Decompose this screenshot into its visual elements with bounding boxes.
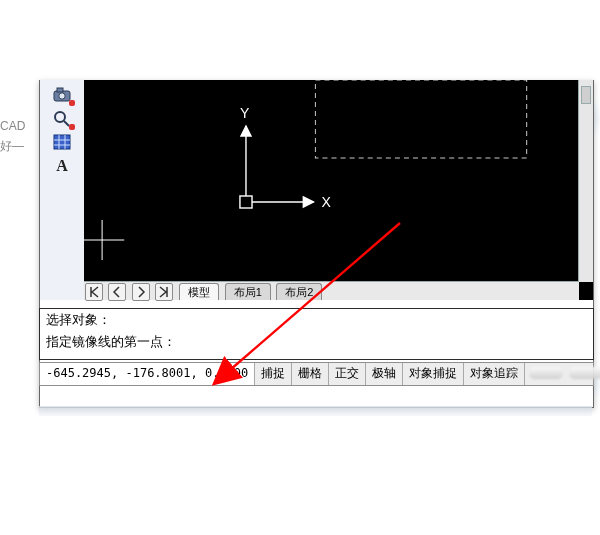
tab-layout-1[interactable]: 布局1	[225, 283, 271, 300]
vertical-scrollbar[interactable]	[578, 80, 593, 282]
left-toolbar: A	[40, 80, 85, 300]
layout-tab-bar: 模型 布局1 布局2	[84, 281, 579, 300]
background-text: CAD 好—	[0, 116, 25, 156]
toggle-grid[interactable]: 栅格	[292, 363, 329, 385]
toggle-otrack[interactable]: 对象追踪	[464, 363, 525, 385]
command-prompt-line: 指定镜像线的第一点：	[40, 331, 593, 353]
nav-last-icon[interactable]	[155, 283, 173, 301]
nav-prev-icon[interactable]	[108, 283, 126, 301]
command-history-line: 选择对象：	[40, 309, 593, 331]
camera-icon[interactable]	[51, 84, 73, 104]
nav-next-icon[interactable]	[132, 283, 150, 301]
svg-rect-5	[54, 135, 70, 149]
loupe-icon[interactable]	[51, 108, 73, 128]
svg-rect-1	[57, 88, 63, 92]
toggle-polar[interactable]: 极轴	[366, 363, 403, 385]
cad-window: A X Y	[39, 80, 594, 408]
toggle-ortho[interactable]: 正交	[329, 363, 366, 385]
svg-point-3	[55, 112, 65, 122]
record-dot-icon	[69, 100, 75, 106]
tab-model[interactable]: 模型	[179, 283, 219, 300]
toggle-snap[interactable]: 捕捉	[255, 363, 292, 385]
coordinate-readout: -645.2945, -176.8001, 0.0000	[40, 363, 255, 385]
command-window[interactable]: 选择对象： 指定镜像线的第一点：	[39, 308, 594, 360]
svg-rect-10	[240, 196, 252, 208]
svg-rect-17	[315, 80, 526, 158]
axis-y-label: Y	[240, 105, 250, 121]
drawing-canvas[interactable]: X Y	[84, 80, 579, 282]
toggle-osnap[interactable]: 对象捕捉	[403, 363, 464, 385]
axis-x-label: X	[321, 194, 331, 210]
viewport-area: X Y 模型 布局1 布局2	[84, 80, 593, 300]
svg-marker-12	[303, 197, 313, 207]
nav-first-icon[interactable]	[85, 283, 103, 301]
svg-point-2	[59, 93, 65, 99]
status-bar-overflow	[525, 363, 593, 385]
frame-shadow	[39, 406, 592, 416]
status-bar: -645.2945, -176.8001, 0.0000 捕捉 栅格 正交 极轴…	[39, 362, 594, 386]
grid-icon[interactable]	[51, 132, 73, 152]
record-dot-icon	[69, 124, 75, 130]
tab-layout-2[interactable]: 布局2	[276, 283, 322, 300]
svg-marker-14	[241, 126, 251, 136]
text-tool-icon[interactable]: A	[51, 156, 73, 176]
